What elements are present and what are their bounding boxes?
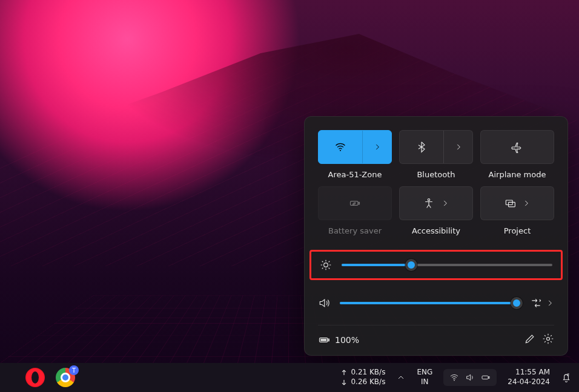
volume-slider[interactable] xyxy=(340,302,520,304)
svg-rect-12 xyxy=(482,376,488,379)
brightness-icon xyxy=(320,259,332,271)
pencil-icon xyxy=(524,333,536,345)
project-icon xyxy=(504,197,516,209)
battery-leaf-icon xyxy=(349,197,361,209)
chrome-badge: T xyxy=(69,365,79,375)
taskbar-app-opera[interactable] xyxy=(25,368,45,387)
chevron-right-icon xyxy=(373,143,382,151)
all-settings-button[interactable] xyxy=(542,333,554,347)
svg-point-10 xyxy=(547,338,550,341)
taskbar: T 0.21 KB/s 0.26 KB/s ENG IN xyxy=(0,363,579,392)
speaker-icon xyxy=(318,297,330,309)
bluetooth-icon xyxy=(415,141,428,153)
lang-line1: ENG xyxy=(417,368,432,377)
svg-rect-2 xyxy=(359,202,360,204)
quick-settings-tiles: Area-51-Zone Bluetooth xyxy=(318,130,554,235)
tile-bluetooth[interactable] xyxy=(399,130,473,164)
tile-accessibility[interactable] xyxy=(399,186,473,220)
speaker-icon xyxy=(465,373,475,382)
accessibility-icon xyxy=(423,197,435,209)
tile-airplane-label: Airplane mode xyxy=(489,170,546,179)
tile-bluetooth-toggle[interactable] xyxy=(400,131,443,163)
arrow-up-icon xyxy=(340,368,348,377)
brightness-thumb[interactable] xyxy=(405,259,417,271)
tile-wifi-expand[interactable] xyxy=(362,131,391,163)
gear-icon xyxy=(542,333,554,345)
svg-point-11 xyxy=(454,380,455,381)
tile-project[interactable] xyxy=(480,186,554,220)
tile-wrap-battery-saver: Battery saver xyxy=(318,186,392,235)
svg-point-6 xyxy=(324,263,328,267)
svg-rect-9 xyxy=(320,339,326,341)
volume-thumb[interactable] xyxy=(511,297,523,309)
chevron-right-icon xyxy=(441,199,449,207)
chevron-right-icon xyxy=(454,143,463,151)
sliders-section xyxy=(318,257,554,309)
edit-quick-settings-button[interactable] xyxy=(524,333,536,347)
tile-bluetooth-expand[interactable] xyxy=(443,131,472,163)
tile-wrap-accessibility: Accessibility xyxy=(399,186,473,235)
battery-icon xyxy=(318,334,330,346)
taskbar-left: T xyxy=(0,368,75,387)
tile-wifi-toggle[interactable] xyxy=(319,131,362,163)
brightness-slider[interactable] xyxy=(342,264,552,266)
wifi-icon xyxy=(449,373,459,382)
system-tray-button[interactable] xyxy=(443,369,497,386)
quick-settings-panel: Area-51-Zone Bluetooth xyxy=(304,116,568,356)
chevron-up-icon xyxy=(396,373,406,382)
chevron-right-icon xyxy=(522,199,531,207)
battery-icon xyxy=(481,373,491,382)
audio-switch-icon xyxy=(530,297,542,309)
svg-rect-8 xyxy=(328,339,329,341)
tile-airplane[interactable] xyxy=(480,130,554,164)
volume-row xyxy=(318,297,554,309)
tile-wrap-project: Project xyxy=(480,186,554,235)
net-up-text: 0.21 KB/s xyxy=(351,368,385,377)
bell-snooze-icon xyxy=(561,372,572,383)
tile-bluetooth-label: Bluetooth xyxy=(417,170,455,179)
chevron-right-icon xyxy=(546,299,554,307)
tile-wifi[interactable] xyxy=(318,130,392,164)
clock-time: 11:55 AM xyxy=(508,368,550,377)
language-switcher[interactable]: ENG IN xyxy=(417,368,432,387)
svg-rect-13 xyxy=(489,377,489,379)
tile-battery-saver-label: Battery saver xyxy=(328,226,382,235)
tile-wrap-bluetooth: Bluetooth xyxy=(399,130,473,179)
brightness-fill xyxy=(342,264,411,266)
net-down-text: 0.26 KB/s xyxy=(351,377,385,387)
network-speed-widget[interactable]: 0.21 KB/s 0.26 KB/s xyxy=(340,368,385,387)
tile-wrap-wifi: Area-51-Zone xyxy=(318,130,392,179)
tile-battery-saver xyxy=(318,186,392,220)
clock-date: 24-04-2024 xyxy=(508,377,550,387)
arrow-down-icon xyxy=(340,378,348,387)
airplane-icon xyxy=(511,141,523,153)
tile-wifi-label: Area-51-Zone xyxy=(328,170,382,179)
wifi-icon xyxy=(334,141,346,153)
brightness-row xyxy=(309,250,563,280)
svg-point-3 xyxy=(428,199,429,201)
svg-point-0 xyxy=(340,150,341,151)
tile-wrap-airplane: Airplane mode xyxy=(480,130,554,179)
panel-footer: 100% xyxy=(318,325,554,347)
desktop-wallpaper: Area-51-Zone Bluetooth xyxy=(0,0,579,392)
tile-project-label: Project xyxy=(504,226,531,235)
taskbar-app-chrome[interactable]: T xyxy=(56,368,75,387)
taskbar-right: 0.21 KB/s 0.26 KB/s ENG IN 11:55 AM 24-0… xyxy=(340,368,579,387)
focus-assist-button[interactable] xyxy=(561,372,572,383)
lang-line2: IN xyxy=(417,377,432,387)
clock-button[interactable]: 11:55 AM 24-04-2024 xyxy=(508,368,550,387)
audio-output-switch[interactable] xyxy=(530,297,554,309)
battery-status[interactable]: 100% xyxy=(318,334,359,346)
battery-percent-text: 100% xyxy=(335,335,359,345)
volume-fill xyxy=(340,302,517,304)
tile-accessibility-label: Accessibility xyxy=(412,226,460,235)
tray-overflow-button[interactable] xyxy=(396,373,406,382)
